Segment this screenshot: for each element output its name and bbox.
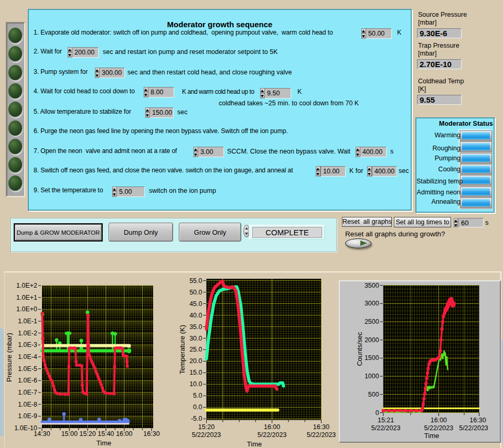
svg-text:3500: 3500 [365,282,379,289]
svg-text:50.0: 50.0 [189,289,202,296]
svg-text:30.0: 30.0 [189,335,202,342]
svg-text:2000: 2000 [365,336,379,344]
svg-text:5/22/2023: 5/22/2023 [371,424,401,432]
svg-text:5/22/2023: 5/22/2023 [307,431,336,439]
svg-text:5/22/2023: 5/22/2023 [459,424,488,432]
svg-text:16:30: 16:30 [143,430,159,438]
svg-text:20.0: 20.0 [189,357,202,365]
svg-text:16:30: 16:30 [313,423,329,431]
svg-text:16:30: 16:30 [469,417,486,424]
svg-text:45.0: 45.0 [189,300,202,308]
svg-text:1.0E-4: 1.0E-4 [18,353,37,360]
svg-text:10.0: 10.0 [189,380,202,388]
svg-text:Time: Time [97,439,111,447]
svg-text:1.0E-2: 1.0E-2 [18,330,37,337]
svg-text:0: 0 [376,409,379,417]
svg-text:1000: 1000 [365,373,379,380]
svg-text:55.0: 55.0 [189,277,202,285]
svg-text:16:00: 16:00 [431,417,447,424]
svg-text:1500: 1500 [365,354,379,362]
svg-text:16:00: 16:00 [264,423,280,431]
svg-text:Pressure (mbar): Pressure (mbar) [5,333,13,382]
svg-text:0.0: 0.0 [193,403,202,411]
svg-text:1.0E+0: 1.0E+0 [16,305,37,313]
svg-text:1.0E-1: 1.0E-1 [18,318,37,325]
svg-text:1.0E-9: 1.0E-9 [18,412,37,420]
svg-text:14:30: 14:30 [34,430,50,438]
svg-text:15:00: 15:00 [61,430,78,438]
svg-text:16:00: 16:00 [116,430,132,438]
svg-text:1.0E+1: 1.0E+1 [16,294,37,301]
svg-text:5.0: 5.0 [193,392,202,399]
svg-text:Counts/sec: Counts/sec [356,332,363,366]
svg-text:1.0E+2: 1.0E+2 [16,282,37,289]
svg-text:1.0E-8: 1.0E-8 [18,401,37,408]
svg-text:15:20: 15:20 [79,430,95,438]
svg-text:Time: Time [247,440,262,448]
svg-text:2500: 2500 [365,318,379,325]
svg-text:500: 500 [368,391,379,398]
svg-text:1.0E-6: 1.0E-6 [18,377,37,384]
svg-text:-5.0: -5.0 [191,415,202,422]
svg-text:25.0: 25.0 [189,346,202,353]
svg-text:3000: 3000 [365,300,379,307]
svg-text:Temperature (K): Temperature (K) [178,325,186,374]
svg-text:35.0: 35.0 [189,323,202,331]
svg-text:5/22/2023: 5/22/2023 [192,431,221,439]
svg-text:5/22/2023: 5/22/2023 [258,431,287,439]
svg-text:1.0E-5: 1.0E-5 [18,365,37,373]
svg-text:5/22/2023: 5/22/2023 [424,424,454,432]
svg-text:15.0: 15.0 [189,369,202,376]
svg-text:1.0E-7: 1.0E-7 [18,389,37,396]
svg-text:1.0E-3: 1.0E-3 [18,341,37,348]
svg-text:Time: Time [424,432,439,440]
svg-text:15:20: 15:20 [198,423,215,431]
svg-text:15:21: 15:21 [378,417,394,424]
svg-text:15:40: 15:40 [98,430,114,438]
svg-text:40.0: 40.0 [189,312,202,319]
